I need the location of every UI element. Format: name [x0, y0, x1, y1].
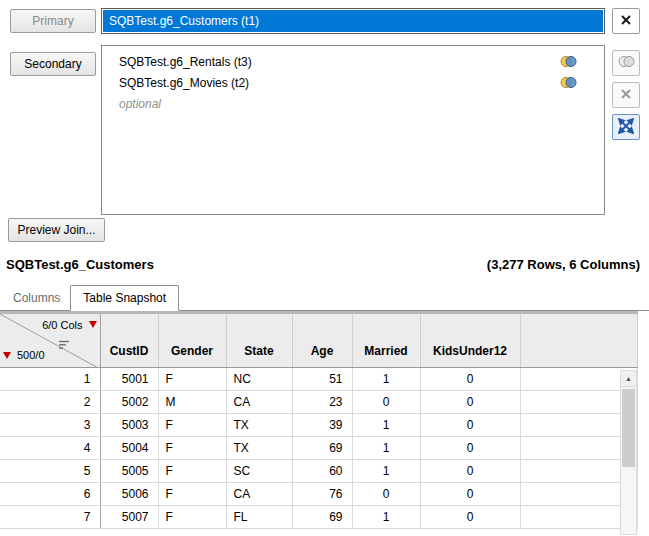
crossed-arrows-icon — [618, 118, 634, 137]
cell: 5002 — [100, 391, 158, 414]
cell: 23 — [292, 391, 352, 414]
cell: 76 — [292, 483, 352, 506]
vertical-scrollbar[interactable]: ▲ — [620, 370, 637, 535]
columns-count-badge: 6/0 Cols — [42, 319, 82, 331]
cell: 5001 — [100, 368, 158, 391]
cell: F — [158, 368, 226, 391]
cell: TX — [226, 437, 292, 460]
cell: CA — [226, 483, 292, 506]
optional-placeholder: optional — [102, 93, 604, 114]
primary-table-selected-item[interactable]: SQBTest.g6_Customers (t1) — [103, 10, 603, 32]
cell: 69 — [292, 506, 352, 529]
table-row: 4 5004 F TX 69 1 0 — [0, 437, 637, 460]
row-number[interactable]: 7 — [0, 506, 100, 529]
row-number[interactable]: 4 — [0, 437, 100, 460]
cell: 5005 — [100, 460, 158, 483]
table-row: 7 5007 F FL 69 1 0 — [0, 506, 637, 529]
row-number[interactable]: 1 — [0, 368, 100, 391]
query-builder-window: Primary SQBTest.g6_Customers (t1) Second… — [0, 0, 649, 536]
row-number[interactable]: 6 — [0, 483, 100, 506]
column-header-state[interactable]: State — [226, 313, 292, 368]
cell: FL — [226, 506, 292, 529]
venn-join-icon — [560, 76, 577, 92]
grid-corner-cell: 6/0 Cols 500/0 — [0, 313, 100, 368]
columns-red-triangle-icon[interactable] — [89, 321, 97, 328]
secondary-table-item[interactable]: SQBTest.g6_Movies (t2) — [102, 72, 604, 93]
preview-join-button[interactable]: Preview Join... — [8, 218, 105, 242]
cell: 39 — [292, 414, 352, 437]
cell: TX — [226, 414, 292, 437]
cell: 1 — [352, 414, 420, 437]
sort-lines-icon — [58, 339, 70, 353]
primary-table-field[interactable]: SQBTest.g6_Customers (t1) — [101, 8, 605, 34]
cell: 0 — [420, 483, 520, 506]
column-header-kidsunder12[interactable]: KidsUnder12 — [420, 313, 520, 368]
cell: 0 — [352, 391, 420, 414]
cell: M — [158, 391, 226, 414]
cell: 0 — [420, 437, 520, 460]
close-icon — [620, 88, 632, 103]
cell: 1 — [352, 506, 420, 529]
primary-button[interactable]: Primary — [10, 9, 96, 33]
table-row: 5 5005 F SC 60 1 0 — [0, 460, 637, 483]
column-header-gender[interactable]: Gender — [158, 313, 226, 368]
cell: SC — [226, 460, 292, 483]
cell: 69 — [292, 437, 352, 460]
column-header-married[interactable]: Married — [352, 313, 420, 368]
secondary-table-item[interactable]: SQBTest.g6_Rentals (t3) — [102, 51, 604, 72]
table-row: 3 5003 F TX 39 1 0 — [0, 414, 637, 437]
cell: 5006 — [100, 483, 158, 506]
cell: 1 — [352, 368, 420, 391]
secondary-table-label: SQBTest.g6_Movies (t2) — [119, 76, 249, 90]
cell: F — [158, 437, 226, 460]
cell: 1 — [352, 437, 420, 460]
cell: F — [158, 460, 226, 483]
column-header-filler — [520, 313, 637, 368]
result-tabs: Columns Table Snapshot — [0, 284, 649, 311]
close-icon — [620, 14, 632, 29]
row-number[interactable]: 3 — [0, 414, 100, 437]
rows-red-triangle-icon[interactable] — [3, 352, 11, 359]
secondary-table-label: SQBTest.g6_Rentals (t3) — [119, 55, 252, 69]
venn-icon — [618, 55, 635, 71]
cell: NC — [226, 368, 292, 391]
cell: 51 — [292, 368, 352, 391]
cell: CA — [226, 391, 292, 414]
scrollbar-thumb[interactable] — [622, 389, 635, 467]
secondary-tables-list[interactable]: SQBTest.g6_Rentals (t3) SQBTest.g6_Movie… — [101, 45, 605, 215]
cell: 5004 — [100, 437, 158, 460]
cell: 0 — [420, 506, 520, 529]
tab-table-snapshot[interactable]: Table Snapshot — [70, 285, 179, 311]
remove-secondary-button[interactable] — [612, 82, 640, 108]
cell: 0 — [420, 460, 520, 483]
remove-primary-button[interactable] — [612, 8, 640, 34]
column-header-custid[interactable]: CustID — [100, 313, 158, 368]
tab-columns[interactable]: Columns — [3, 291, 70, 310]
row-number[interactable]: 5 — [0, 460, 100, 483]
cell: F — [158, 506, 226, 529]
secondary-button[interactable]: Secondary — [10, 52, 96, 76]
table-row: 6 5006 F CA 76 0 0 — [0, 483, 637, 506]
venn-join-icon — [560, 55, 577, 71]
row-number[interactable]: 2 — [0, 391, 100, 414]
scroll-up-arrow-icon[interactable]: ▲ — [621, 371, 636, 387]
join-settings-button[interactable] — [612, 114, 640, 140]
result-table-summary: (3,277 Rows, 6 Columns) — [487, 257, 640, 272]
cell: 0 — [420, 414, 520, 437]
column-header-age[interactable]: Age — [292, 313, 352, 368]
cell: 5003 — [100, 414, 158, 437]
cell: 60 — [292, 460, 352, 483]
table-snapshot-grid: 6/0 Cols 500/0 — [0, 311, 637, 536]
cell: 5007 — [100, 506, 158, 529]
edit-join-venn-button[interactable] — [612, 50, 640, 76]
cell: 0 — [420, 368, 520, 391]
cell: 1 — [352, 460, 420, 483]
cell: 0 — [420, 391, 520, 414]
table-row: 1 5001 F NC 51 1 0 — [0, 368, 637, 391]
cell: F — [158, 414, 226, 437]
table-row: 2 5002 M CA 23 0 0 — [0, 391, 637, 414]
rows-count-badge: 500/0 — [17, 349, 45, 361]
result-header: SQBTest.g6_Customers (3,277 Rows, 6 Colu… — [6, 257, 640, 272]
result-table-title: SQBTest.g6_Customers — [6, 257, 154, 272]
cell: F — [158, 483, 226, 506]
